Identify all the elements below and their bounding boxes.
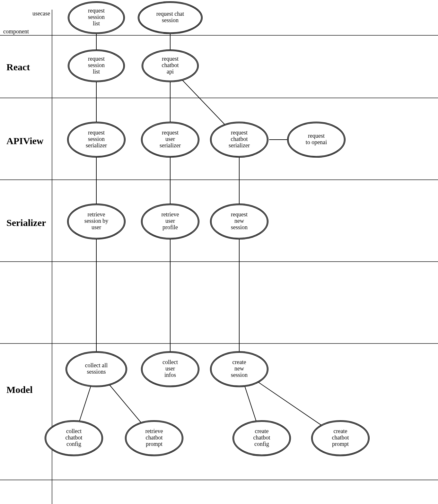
node-serializer-user: retrieveuserprofile [141, 204, 199, 239]
node-model-create-config: createchatbotconfig [233, 421, 291, 456]
svg-text:retrievechatbotprompt: retrievechatbotprompt [145, 428, 163, 447]
svg-text:collect allsessions: collect allsessions [85, 362, 108, 375]
svg-text:createchatbotconfig: createchatbotconfig [253, 428, 270, 447]
node-serializer-new-session: requestnewsession [210, 204, 268, 239]
node-model-collect-user: collectuserinfos [141, 352, 199, 387]
node-request-session-list-usecase: requestsessionlist [68, 2, 125, 34]
node-serializer-session: retrievesession byuser [67, 204, 125, 239]
node-api-chatbot-serializer: requestchatbotserializer [210, 122, 268, 157]
node-api-openai: requestto openai [287, 122, 345, 157]
row-label-model: Model [6, 384, 33, 395]
node-model-collect-sessions: collect allsessions [66, 352, 127, 387]
axis-component-label: component [3, 28, 29, 35]
svg-text:requestto openai: requestto openai [306, 133, 327, 145]
svg-text:requestchatbotserializer: requestchatbotserializer [229, 129, 250, 149]
diagram-canvas: usecase component React APIView Serializ… [0, 0, 438, 504]
axis-usecase-label: usecase [32, 10, 50, 17]
svg-text:requestsessionserializer: requestsessionserializer [86, 129, 107, 149]
node-model-collect-config: collectchatbotconfig [45, 421, 103, 456]
node-request-chat-session-usecase: request chatsession [138, 2, 202, 34]
svg-text:createchatbotprompt: createchatbotprompt [332, 428, 349, 447]
node-model-create-prompt: createchatbotprompt [311, 421, 369, 456]
node-model-retrieve-prompt: retrievechatbotprompt [125, 421, 183, 456]
node-react-session-list: requestsessionlist [68, 50, 125, 82]
svg-text:collectchatbotconfig: collectchatbotconfig [66, 428, 83, 447]
node-api-session-serializer: requestsessionserializer [67, 122, 125, 157]
row-label-serializer: Serializer [6, 217, 46, 228]
node-react-chatbot-api: requestchatbotapi [142, 50, 198, 82]
row-label-react: React [6, 62, 30, 72]
node-model-create-session: createnewsession [210, 352, 268, 387]
node-api-user-serializer: requestuserserializer [141, 122, 199, 157]
row-label-apiview: APIView [6, 135, 44, 146]
